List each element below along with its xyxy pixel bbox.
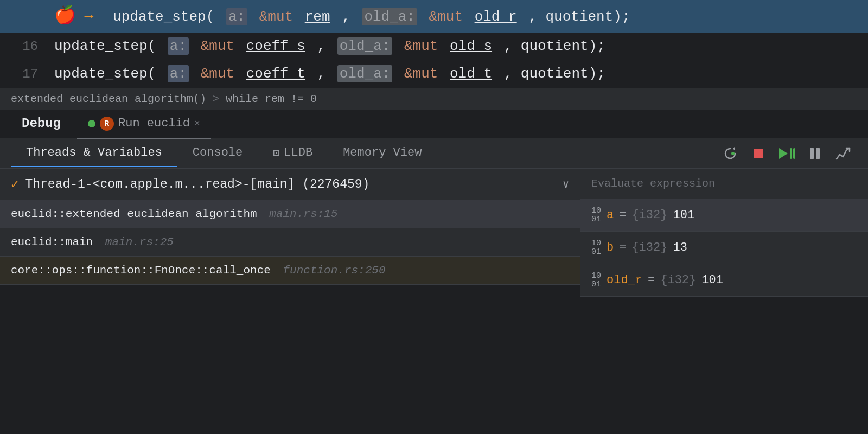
toolbar-tab-memory[interactable]: Memory View — [328, 139, 437, 167]
code-param-a-16: a: — [168, 38, 189, 54]
stack-frame-1[interactable]: euclid::extended_euclidean_algorithm mai… — [0, 200, 580, 228]
var-val-old-r: 101 — [701, 273, 723, 287]
check-icon: ✓ — [11, 176, 18, 192]
code-old-r: old_r — [475, 9, 517, 25]
resume-button[interactable] — [777, 144, 796, 163]
left-panel: ✓ Thread-1-<com.apple.m...read>-[main] (… — [0, 169, 580, 393]
var-type-old-r: {i32} — [660, 273, 696, 287]
line-number-16: 16 — [11, 37, 38, 56]
arrow-icon: → — [85, 8, 94, 25]
code-quotient-16: quotient); — [521, 38, 605, 54]
tab-run-euclid-label: Run euclid — [118, 117, 190, 130]
code-mut-1: &mut — [259, 9, 293, 25]
code-content-16: update_step( a: &mut coeff_s , old_a: &m… — [54, 36, 868, 57]
code-fn-16: update_step( — [54, 38, 156, 54]
var-name-old-r: old_r — [607, 273, 642, 287]
code-quotient-17: quotient); — [521, 66, 605, 82]
code-param-old-17: old_a: — [337, 66, 393, 82]
variable-row-a[interactable]: 10 01 a = {i32} 101 — [580, 199, 868, 232]
code-fn-17: update_step( — [54, 66, 156, 82]
var-name-a: a — [607, 208, 614, 222]
toolbar-tab-lldb[interactable]: ⊡ LLDB — [258, 139, 328, 167]
pause-button[interactable] — [805, 144, 825, 163]
variable-row-old-r[interactable]: 10 01 old_r = {i32} 101 — [580, 264, 868, 297]
var-type-b: {i32} — [631, 241, 667, 254]
frame-file-3: function.rs:250 — [276, 264, 386, 277]
toolbar-tab-memory-label: Memory View — [343, 146, 422, 159]
stop-button[interactable] — [749, 144, 768, 163]
tab-run-euclid[interactable]: R Run euclid × — [77, 109, 211, 139]
code-mut-16-2: &mut — [404, 38, 438, 54]
var-name-b: b — [607, 241, 614, 254]
code-line-16: 16 update_step( a: &mut coeff_s , old_a:… — [0, 33, 868, 60]
bit-icon-old-r: 10 01 — [591, 272, 601, 289]
profiler-button[interactable] — [833, 144, 853, 163]
breadcrumb-func: extended_euclidean_algorithm() — [11, 93, 206, 105]
terminal-icon: ⊡ — [273, 146, 279, 159]
stop-icon — [754, 149, 763, 158]
line-number-17: 17 — [11, 65, 38, 84]
code-rem: rem — [305, 9, 330, 25]
toolbar-tab-threads-label: Threads & Variables — [26, 146, 162, 159]
toolbar-tab-threads[interactable]: Threads & Variables — [11, 139, 177, 167]
code-coeff-s: coeff_s — [246, 38, 305, 54]
code-editor: 🍎 → update_step( a: &mut rem , old_a: &m… — [0, 0, 868, 88]
frame-name-1: euclid::extended_euclidean_algorithm — [11, 208, 257, 220]
code-coeff-t: coeff_t — [246, 66, 305, 82]
breadcrumb-context: while rem != 0 — [226, 93, 317, 105]
code-param-a-label: a: — [226, 9, 247, 25]
apple-icon: 🍎 — [54, 6, 76, 26]
evaluate-label[interactable]: Evaluate expression — [580, 169, 868, 199]
toolbar-tab-console[interactable]: Console — [177, 139, 258, 167]
code-line-current: 🍎 → update_step( a: &mut rem , old_a: &m… — [0, 0, 868, 33]
code-quotient-1: quotient); — [545, 9, 630, 25]
code-content-17: update_step( a: &mut coeff_t , old_a: &m… — [54, 63, 868, 85]
var-eq-a: = — [619, 208, 626, 222]
thread-row[interactable]: ✓ Thread-1-<com.apple.m...read>-[main] (… — [0, 169, 580, 200]
svg-rect-3 — [790, 148, 792, 159]
code-comma-2: , — [528, 9, 545, 25]
code-mut-2: &mut — [429, 9, 463, 25]
svg-rect-4 — [793, 148, 795, 159]
svg-marker-0 — [733, 146, 735, 151]
right-panel: Evaluate expression 10 01 a = {i32} 101 … — [580, 169, 868, 393]
stack-frame-3[interactable]: core::ops::function::FnOnce::call_once f… — [0, 257, 580, 285]
variable-row-b[interactable]: 10 01 b = {i32} 13 — [580, 232, 868, 264]
code-old-s: old_s — [450, 38, 492, 54]
toolbar-actions — [720, 144, 857, 163]
var-val-a: 101 — [673, 208, 694, 222]
code-mut-17-2: &mut — [404, 66, 438, 82]
debug-tabs: Debug R Run euclid × — [0, 110, 868, 138]
toolbar-tab-console-label: Console — [193, 146, 242, 159]
code-content: 🍎 → update_step( a: &mut rem , old_a: &m… — [54, 3, 868, 29]
code-param-old-16: old_a: — [337, 38, 393, 54]
tab-debug[interactable]: Debug — [11, 108, 72, 139]
rust-icon: R — [100, 117, 114, 131]
stack-frame-2[interactable]: euclid::main main.rs:25 — [0, 228, 580, 257]
code-mut-16-1: &mut — [201, 38, 234, 54]
code-comma-16-2: , — [504, 38, 521, 54]
frame-name-3: core::ops::function::FnOnce::call_once — [11, 264, 271, 277]
code-comma-1: , — [342, 9, 359, 25]
run-status-dot — [88, 120, 95, 127]
frame-file-1: main.rs:15 — [263, 208, 338, 220]
breadcrumb-sep: > — [213, 93, 219, 105]
thread-name: Thread-1-<com.apple.m...read>-[main] (22… — [25, 177, 556, 192]
svg-point-1 — [731, 152, 735, 155]
profiler-icon — [835, 146, 851, 161]
restart-icon — [723, 146, 738, 161]
tab-close-button[interactable]: × — [194, 118, 200, 129]
svg-marker-2 — [779, 148, 788, 159]
code-comma-17-1: , — [317, 66, 334, 82]
code-mut-17-1: &mut — [201, 66, 234, 82]
code-comma-16-1: , — [317, 38, 334, 54]
code-comma-17-2: , — [504, 66, 521, 82]
toolbar-tabs: Threads & Variables Console ⊡ LLDB Memor… — [0, 138, 868, 169]
var-type-a: {i32} — [631, 208, 667, 222]
resume-icon — [778, 146, 795, 161]
code-fn: update_step( — [113, 9, 214, 25]
restart-button[interactable] — [720, 144, 740, 163]
bit-icon-b: 10 01 — [591, 239, 601, 256]
thread-chevron: ∨ — [563, 177, 569, 191]
toolbar-tab-lldb-label: LLDB — [284, 146, 312, 159]
